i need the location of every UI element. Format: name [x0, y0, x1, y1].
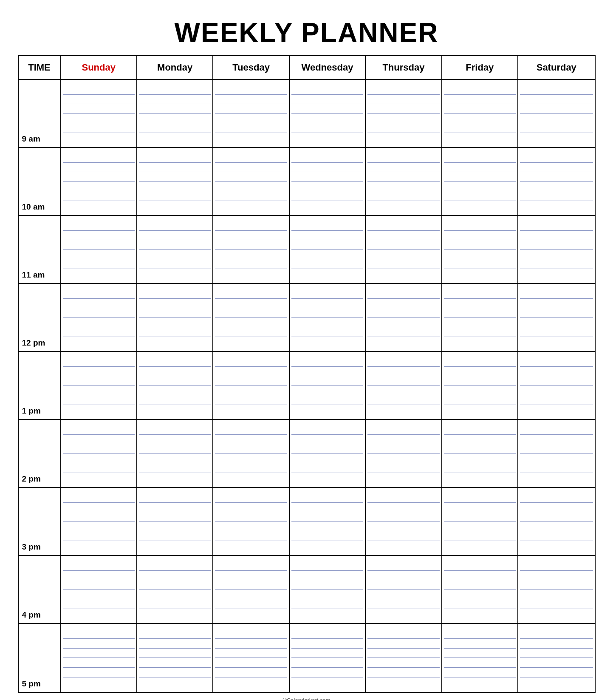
day-cell-sat-12pm[interactable]	[518, 284, 594, 351]
day-cell-thu-10am[interactable]	[366, 148, 442, 215]
day-cell-mon-12pm[interactable]	[137, 284, 213, 351]
day-cell-sun-9am[interactable]	[61, 80, 137, 147]
time-label-3pm: 3 pm	[19, 488, 61, 555]
day-cell-fri-11am[interactable]	[442, 216, 518, 283]
day-cell-wed-1pm[interactable]	[290, 352, 366, 419]
day-cell-sun-11am[interactable]	[61, 216, 137, 283]
day-cell-sat-1pm[interactable]	[518, 352, 594, 419]
day-cell-fri-2pm[interactable]	[442, 420, 518, 487]
day-cell-fri-12pm[interactable]	[442, 284, 518, 351]
time-label-1pm: 1 pm	[19, 352, 61, 419]
time-label-11am: 11 am	[19, 216, 61, 283]
day-cell-wed-3pm[interactable]	[290, 488, 366, 555]
day-cell-thu-2pm[interactable]	[366, 420, 442, 487]
day-cell-wed-12pm[interactable]	[290, 284, 366, 351]
day-cell-tue-4pm[interactable]	[213, 556, 289, 623]
day-cell-sat-2pm[interactable]	[518, 420, 594, 487]
tuesday-header: Tuesday	[213, 56, 289, 79]
day-cell-mon-2pm[interactable]	[137, 420, 213, 487]
day-cell-sun-12pm[interactable]	[61, 284, 137, 351]
time-block-5pm: 5 pm	[19, 624, 595, 692]
day-cell-sat-4pm[interactable]	[518, 556, 594, 623]
day-cell-sat-5pm[interactable]	[518, 624, 594, 692]
time-label-2pm: 2 pm	[19, 420, 61, 487]
day-cell-sun-10am[interactable]	[61, 148, 137, 215]
saturday-header: Saturday	[518, 56, 594, 79]
day-cell-sat-3pm[interactable]	[518, 488, 594, 555]
day-cell-tue-5pm[interactable]	[213, 624, 289, 692]
day-cell-sun-3pm[interactable]	[61, 488, 137, 555]
day-cell-sat-9am[interactable]	[518, 80, 594, 147]
wednesday-header: Wednesday	[290, 56, 366, 79]
footer-credit: ©Calendarkart.com	[282, 697, 330, 700]
day-cell-fri-5pm[interactable]	[442, 624, 518, 692]
day-cell-fri-3pm[interactable]	[442, 488, 518, 555]
sunday-header: Sunday	[61, 56, 137, 79]
day-cell-sat-10am[interactable]	[518, 148, 594, 215]
day-cell-sun-4pm[interactable]	[61, 556, 137, 623]
day-cell-thu-1pm[interactable]	[366, 352, 442, 419]
time-label-12pm: 12 pm	[19, 284, 61, 351]
time-label-4pm: 4 pm	[19, 556, 61, 623]
time-block-4pm: 4 pm	[19, 556, 595, 624]
time-block-2pm: 2 pm	[19, 420, 595, 488]
day-cell-mon-3pm[interactable]	[137, 488, 213, 555]
day-cell-wed-11am[interactable]	[290, 216, 366, 283]
day-cell-wed-9am[interactable]	[290, 80, 366, 147]
day-cell-mon-10am[interactable]	[137, 148, 213, 215]
day-cell-thu-3pm[interactable]	[366, 488, 442, 555]
day-cell-sun-1pm[interactable]	[61, 352, 137, 419]
page-title: WEEKLY PLANNER	[175, 17, 439, 48]
day-cell-tue-1pm[interactable]	[213, 352, 289, 419]
day-cell-fri-9am[interactable]	[442, 80, 518, 147]
header-row: TIME Sunday Monday Tuesday Wednesday Thu…	[19, 56, 595, 80]
day-cell-wed-10am[interactable]	[290, 148, 366, 215]
day-cell-tue-3pm[interactable]	[213, 488, 289, 555]
time-block-10am: 10 am	[19, 148, 595, 216]
day-cell-thu-4pm[interactable]	[366, 556, 442, 623]
day-cell-wed-4pm[interactable]	[290, 556, 366, 623]
day-cell-fri-4pm[interactable]	[442, 556, 518, 623]
time-label-9am: 9 am	[19, 80, 61, 147]
time-block-11am: 11 am	[19, 216, 595, 284]
day-cell-tue-12pm[interactable]	[213, 284, 289, 351]
planner-grid: TIME Sunday Monday Tuesday Wednesday Thu…	[18, 55, 596, 693]
time-block-12pm: 12 pm	[19, 284, 595, 352]
day-cell-mon-1pm[interactable]	[137, 352, 213, 419]
day-cell-mon-4pm[interactable]	[137, 556, 213, 623]
day-cell-fri-1pm[interactable]	[442, 352, 518, 419]
day-cell-mon-5pm[interactable]	[137, 624, 213, 692]
day-cell-wed-2pm[interactable]	[290, 420, 366, 487]
time-block-9am: 9 am	[19, 80, 595, 148]
day-cell-thu-9am[interactable]	[366, 80, 442, 147]
day-cell-tue-11am[interactable]	[213, 216, 289, 283]
time-header: TIME	[19, 56, 61, 79]
day-cell-wed-5pm[interactable]	[290, 624, 366, 692]
day-cell-fri-10am[interactable]	[442, 148, 518, 215]
day-cell-sat-11am[interactable]	[518, 216, 594, 283]
day-cell-tue-2pm[interactable]	[213, 420, 289, 487]
day-cell-mon-9am[interactable]	[137, 80, 213, 147]
time-label-5pm: 5 pm	[19, 624, 61, 692]
day-cell-tue-10am[interactable]	[213, 148, 289, 215]
day-cell-thu-12pm[interactable]	[366, 284, 442, 351]
friday-header: Friday	[442, 56, 518, 79]
time-block-1pm: 1 pm	[19, 352, 595, 420]
day-cell-tue-9am[interactable]	[213, 80, 289, 147]
time-label-10am: 10 am	[19, 148, 61, 215]
monday-header: Monday	[137, 56, 213, 79]
day-cell-mon-11am[interactable]	[137, 216, 213, 283]
day-cell-thu-5pm[interactable]	[366, 624, 442, 692]
day-cell-sun-2pm[interactable]	[61, 420, 137, 487]
day-cell-thu-11am[interactable]	[366, 216, 442, 283]
time-block-3pm: 3 pm	[19, 488, 595, 556]
thursday-header: Thursday	[366, 56, 442, 79]
day-cell-sun-5pm[interactable]	[61, 624, 137, 692]
